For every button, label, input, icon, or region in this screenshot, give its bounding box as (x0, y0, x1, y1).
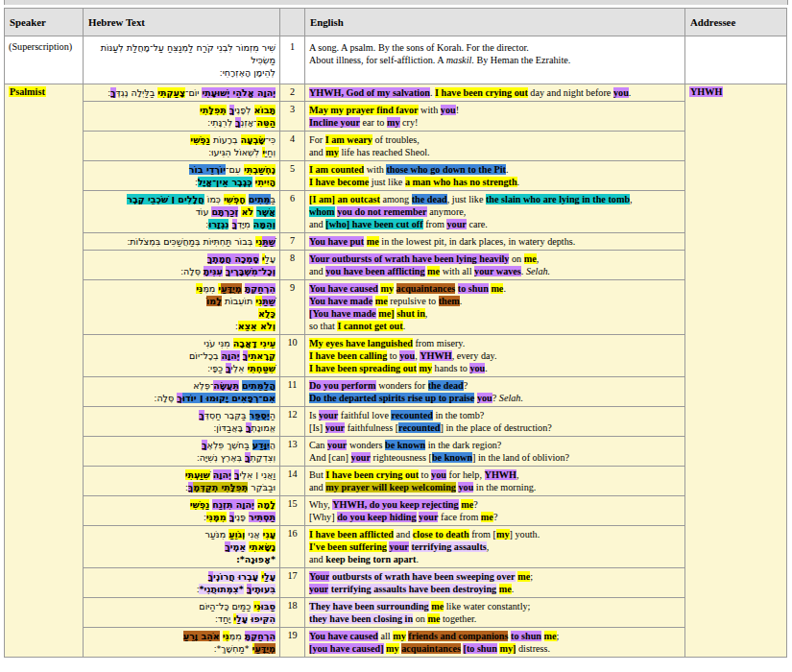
highlight-p-text: ךָ (225, 541, 230, 552)
highlight-p-text: you (613, 87, 629, 98)
english-cell: I am counted with those who go down to t… (305, 161, 685, 191)
text: with (419, 105, 441, 115)
highlight-p-text: your (309, 584, 328, 594)
text: like water constantly; (444, 601, 530, 612)
text: But (309, 469, 325, 480)
highlight-y-text: I have been crying out (435, 87, 528, 98)
verse-number-cell: 17 (280, 568, 305, 598)
verse-row: בַּמֵּתִים חָפְשִׁי כְּמוֹ חֲלָלִים ׀ שֹ… (5, 191, 787, 233)
highlight-b-text: יְסֻפַּר (250, 410, 270, 420)
text: . (517, 177, 520, 187)
highlight-y-text: שָׂבְעָה (241, 134, 266, 145)
text: לְרִנָּתִי׃ (207, 117, 235, 128)
highlight-br-text: acquaintances (396, 283, 456, 294)
text: . (512, 584, 515, 594)
english-cell: Your outbursts of wrath have been lying … (305, 251, 685, 280)
text: to (419, 469, 431, 480)
text-line: I have been calling to you, YHWH, every … (309, 349, 681, 362)
highlight-br-text: מְיֻדָּעַ (221, 283, 242, 294)
highlight-c-text: חֲלָלִים ׀ שֹׁכְבֵי קֶבֶר (127, 194, 204, 204)
highlight-b-text: the dead (412, 194, 447, 204)
text: בַּקֶּבֶר חַסְדֶּ (204, 410, 250, 420)
highlight-p-text: Incline your (309, 117, 360, 128)
text-line: נֶחְשַׁבְתִּי עִם־יוֹרְדֵי בוֹר (87, 163, 276, 176)
text: ! (456, 105, 459, 115)
text: day and night before (528, 87, 613, 98)
text-line: My eyes have languished from misery. (309, 337, 681, 349)
highlight-y-text: I have become (309, 177, 369, 187)
text-line: They have been surrounding me like water… (309, 600, 681, 612)
text-line: וַאֲנִי ׀ אֵלֶיךָ יְהוָה שִׁוַּעְתִּי (87, 468, 276, 481)
highlight-p-text: יְהוָה (221, 350, 239, 361)
highlight-y-text: I have been crying out (325, 469, 419, 480)
verse-row: עָנִי אֲנִי וְגֹוֵעַ מִנֹּעַרנָשָׂאתִי א… (5, 526, 787, 568)
text: בְּבוֹר תַּחְתִּיּוֹת בְּמַחֲשַׁכִּים בִ… (128, 236, 256, 247)
text: יוֹם־ (185, 87, 202, 98)
header-speaker: Speaker (5, 9, 84, 36)
highlight-y-text: עֵינִי דָאֲבָה (233, 338, 276, 348)
header-verse-number (280, 9, 305, 36)
text: life has reached Sheol. (339, 147, 430, 157)
text: anymore, (427, 206, 467, 217)
text-line: הַטֵּה־אָזְנְךָ לְרִנָּתִי׃ (87, 116, 276, 129)
text-line: נָשָׂאתִי אֵמֶיךָ (87, 540, 276, 553)
text-line: About illness, for self-affliction. A ma… (309, 54, 681, 66)
text: in the lowest pit, in dark places, in wa… (379, 236, 576, 247)
text-line: Why, YHWH, do you keep rejecting me? (309, 498, 681, 511)
highlight-p-text: וְכָל־מִשְׁבָּרֶיךָ (226, 266, 276, 276)
english-cell-superscription: A song. A psalm. By the sons of Korah. F… (305, 36, 685, 84)
highlight-br-text: acquaintances (401, 643, 461, 654)
verse-row: שַׁתַּנִי בְּבוֹר תַּחְתִּיּוֹת בְּמַחֲש… (5, 233, 787, 251)
text: תוֹעֵבוֹת (222, 296, 255, 306)
text: Is (309, 410, 319, 420)
highlight-p-text: your (446, 219, 466, 229)
text: וְחַיַּ (265, 147, 276, 157)
highlight-p-text: you have been afflicting (325, 266, 424, 276)
text: in the dark region? (425, 440, 501, 450)
highlight-c-text: whom (309, 206, 335, 217)
highlight-y-text: my] (499, 643, 516, 654)
highlight-y-text: me (491, 283, 503, 294)
text: עִם־ (226, 164, 244, 175)
text-line: אֱמוּנָתְךָ בָּאֲבַדּוֹן׃ (87, 421, 276, 434)
text: [Why] (309, 512, 337, 522)
header-english: English (305, 9, 685, 36)
hebrew-cell: עֵינִי דָאֲבָה מִנִּי עֹנִיקְרָאתִיךָ יְ… (84, 335, 280, 377)
highlight-lp-text: הִקִּיפוּ (251, 613, 276, 624)
english-cell: My eyes have languished from misery.I ha… (305, 335, 685, 377)
text-line: עָלַי סָמְכָה חֲמָתֶךָ (87, 252, 276, 265)
english-cell: Is your faithful love recounted in the t… (305, 407, 685, 437)
highlight-p-text: your (351, 452, 371, 463)
text-line: וְכָל־מִשְׁבָּרֶיךָ עִנִּיתָ סֶּלָה׃ (87, 265, 276, 277)
text: and (309, 554, 325, 564)
text: , (630, 194, 633, 204)
text: Why, (309, 499, 332, 510)
text: and (309, 482, 325, 492)
text-line: and my life has reached Sheol. (309, 146, 681, 158)
text: For (309, 134, 325, 145)
text-line: [Is] your faithfulness [recounted] in th… (309, 421, 681, 434)
highlight-y-text: לָמָה (257, 499, 276, 510)
highlight-y-text: my (393, 631, 406, 641)
text: in the morning. (473, 482, 536, 492)
text-line: אֲשֶׁר לֹא זְכַרְתָּם עוֹד (87, 205, 276, 218)
text: בְרָעוֹת (210, 134, 241, 145)
highlight-p-text: ךָ (177, 393, 182, 403)
highlight-p-text: יְהוָה אֱלֹהֵי יְשׁוּעָתִי (202, 87, 276, 98)
text-line: I am counted with those who go down to t… (309, 163, 681, 176)
text-line: עָנִי אֲנִי וְגֹוֵעַ מִנֹּעַר (87, 528, 276, 540)
highlight-p-text: you do not remember (337, 206, 426, 217)
highlight-y-text: me (427, 266, 440, 276)
highlight-lp-text: בִּעוּתֶי (252, 584, 276, 594)
speaker-label: Psalmist (9, 86, 46, 97)
highlight-y-text: שִׁוַּעְתִּי (185, 469, 210, 480)
highlight-b-text: be known (432, 452, 472, 463)
text-line: יְהוָה אֱלֹהֵי יְשׁוּעָתִי יוֹם־צָעַקְתִ… (87, 86, 276, 99)
highlight-y-text: me (431, 601, 444, 612)
text-line: Your outbursts of wrath have been sweepi… (309, 570, 681, 583)
highlight-bd-text: *אָפוּנָה*׃ (236, 554, 276, 564)
hebrew-cell-superscription: שִׁיר מִזְמוֹר לִבְנֵי קֹרַח לַמְנַצֵּחַ… (84, 36, 280, 84)
text-line: תַּסְתִּיר פָּנֶיךָ מִמֶּנִּי׃ (87, 511, 276, 523)
verse-number-cell: 16 (280, 526, 305, 568)
text: righteousness [ (371, 452, 432, 463)
